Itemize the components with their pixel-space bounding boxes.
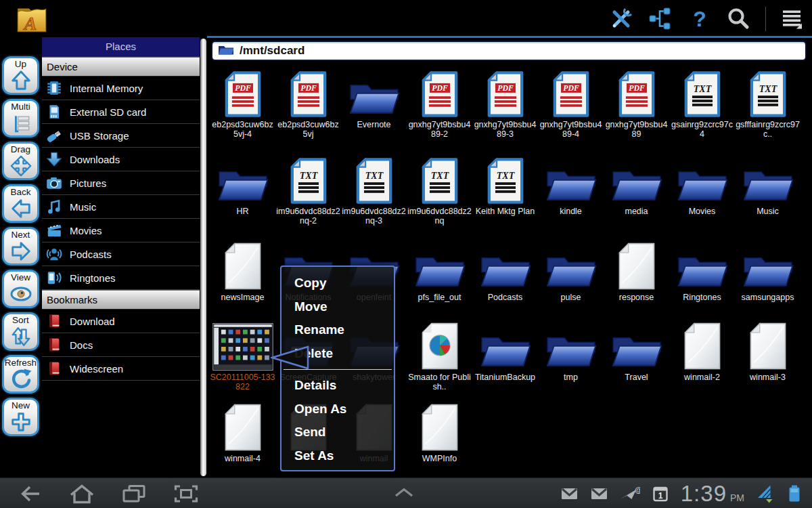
file-item[interactable]: winmail-2 bbox=[669, 320, 735, 402]
screenshot-frame-icon[interactable] bbox=[173, 483, 200, 505]
status-tray[interactable]: @11:39PM bbox=[560, 478, 803, 508]
sidebar-item-download[interactable]: Download bbox=[42, 310, 200, 333]
svg-text:TXT: TXT bbox=[759, 84, 777, 94]
folder-item[interactable]: Evernote bbox=[341, 68, 407, 154]
file-item[interactable]: TXTgsainrg9zcrc97c4 bbox=[669, 68, 735, 154]
file-label: SC20111005-133822 bbox=[210, 373, 275, 391]
file-item[interactable]: Smaato for Publish.. bbox=[407, 320, 472, 402]
clock[interactable]: 1:39PM bbox=[681, 481, 744, 507]
sidebar-item-downloads[interactable]: Downloads bbox=[42, 148, 200, 171]
folder-item[interactable]: Music bbox=[735, 154, 800, 240]
menu-item-send[interactable]: Send bbox=[281, 421, 394, 444]
back-arrow-icon[interactable] bbox=[16, 483, 43, 505]
file-label: pulse bbox=[538, 293, 604, 302]
txt-icon: TXT bbox=[289, 154, 328, 205]
home-icon[interactable] bbox=[68, 483, 95, 505]
toolbar-button-multi[interactable]: Multi bbox=[2, 99, 39, 137]
file-item[interactable]: response bbox=[604, 240, 669, 320]
menu-item-details[interactable]: Details bbox=[281, 374, 394, 398]
search-icon[interactable] bbox=[726, 6, 752, 32]
sidebar-item-widescreen[interactable]: Widescreen bbox=[42, 357, 200, 381]
file-label: kindle bbox=[538, 207, 604, 216]
file-item[interactable]: TXTim9u6dvdc88dz2nq-3 bbox=[341, 154, 407, 240]
menu-item-open-as[interactable]: Open As bbox=[281, 398, 394, 421]
folder-icon bbox=[544, 154, 598, 205]
chevron-up-icon[interactable] bbox=[391, 484, 417, 501]
toolbar-button-refresh[interactable]: Refresh bbox=[2, 355, 39, 394]
folder-icon bbox=[544, 320, 598, 371]
tools-icon[interactable] bbox=[608, 6, 634, 32]
sidebar-item-external-sd-card[interactable]: External SD card bbox=[42, 100, 200, 124]
gmail-icon[interactable] bbox=[590, 485, 608, 503]
sidebar-item-ringtones[interactable]: Ringtones bbox=[42, 266, 200, 290]
file-item[interactable]: TXTgsfffainrg9zcrc97c.. bbox=[735, 68, 800, 154]
file-item[interactable]: PDFeb2psd3cuw6bz5vj bbox=[275, 68, 341, 154]
folder-item[interactable]: Movies bbox=[669, 154, 735, 240]
file-item[interactable]: PDFeb2psd3cuw6bz5vj-4 bbox=[210, 68, 275, 154]
file-item[interactable]: TXTKeith Mktg Plan bbox=[472, 154, 538, 240]
astro-app-icon[interactable]: A bbox=[15, 2, 49, 35]
menu-item-rename[interactable]: Rename bbox=[281, 318, 394, 342]
folder-item[interactable]: pulse bbox=[538, 240, 604, 320]
usb-drive-icon bbox=[45, 127, 63, 144]
folder-item[interactable]: media bbox=[604, 154, 669, 240]
file-label: eb2psd3cuw6bz5vj bbox=[275, 120, 341, 139]
path-bar[interactable]: /mnt/sdcard bbox=[211, 41, 807, 61]
file-label: gnxhg7yt9bsbu489 bbox=[604, 120, 669, 139]
folder-item[interactable]: tmp bbox=[538, 320, 604, 402]
file-item[interactable]: WMPInfo bbox=[407, 402, 472, 473]
file-item[interactable]: TXTim9u6dvdc88dz2nq-2 bbox=[275, 154, 341, 240]
folder-item[interactable]: HR bbox=[210, 154, 275, 240]
menu-item-set-as[interactable]: Set As bbox=[281, 444, 394, 468]
pdf-icon: PDF bbox=[486, 68, 525, 118]
menu-icon[interactable] bbox=[780, 6, 805, 32]
panel-resize-divider[interactable] bbox=[200, 39, 206, 476]
folder-item[interactable]: pfs_file_out bbox=[407, 240, 472, 320]
sidebar-item-podcasts[interactable]: Podcasts bbox=[42, 242, 200, 266]
file-label: response bbox=[604, 293, 669, 302]
gmail-icon[interactable] bbox=[560, 485, 579, 503]
toolbar-button-back[interactable]: Back bbox=[2, 184, 39, 223]
email-at-icon[interactable]: @ bbox=[620, 485, 640, 503]
selected-file-item[interactable]: SC20111005-133822 bbox=[210, 320, 275, 402]
nodes-icon[interactable] bbox=[648, 6, 673, 32]
sidebar-item-movies[interactable]: Movies bbox=[42, 219, 200, 242]
folder-item[interactable]: Podcasts bbox=[472, 240, 538, 320]
recent-apps-icon[interactable] bbox=[120, 483, 148, 505]
folder-item[interactable]: Travel bbox=[604, 320, 669, 402]
toolbar-button-view[interactable]: View bbox=[2, 270, 39, 308]
toolbar-button-up[interactable]: Up bbox=[2, 56, 39, 95]
folder-item[interactable]: samsungapps bbox=[735, 240, 800, 320]
file-item[interactable]: newsImage bbox=[210, 240, 275, 320]
current-path: /mnt/sdcard bbox=[240, 44, 304, 58]
toolbar-button-drag[interactable]: Drag bbox=[2, 142, 39, 180]
menu-item-copy[interactable]: Copy bbox=[281, 272, 394, 295]
calendar-1-icon[interactable]: 1 bbox=[652, 485, 669, 503]
menu-item-move[interactable]: Move bbox=[281, 295, 394, 319]
file-item[interactable]: TXTim9u6dvdc88dz2nq bbox=[407, 154, 472, 240]
folder-item[interactable]: Ringtones bbox=[669, 240, 735, 320]
svg-text:@: @ bbox=[635, 486, 640, 494]
file-item[interactable]: PDFgnxhg7yt9bsbu489-3 bbox=[472, 68, 538, 154]
file-item[interactable]: PDFgnxhg7yt9bsbu489-2 bbox=[407, 68, 472, 154]
folder-icon bbox=[610, 320, 664, 371]
sidebar-item-music[interactable]: Music bbox=[42, 195, 200, 219]
file-item[interactable]: winmail-3 bbox=[735, 320, 800, 402]
file-label: TitaniumBackup bbox=[472, 373, 538, 382]
svg-text:PDF: PDF bbox=[497, 83, 514, 93]
toolbar-button-sort[interactable]: Sort bbox=[2, 312, 39, 351]
sidebar-item-docs[interactable]: Docs bbox=[42, 333, 200, 357]
sidebar-item-usb-storage[interactable]: USB Storage bbox=[42, 124, 200, 148]
help-icon[interactable]: ? bbox=[687, 6, 713, 32]
folder-item[interactable]: TitaniumBackup bbox=[472, 320, 538, 402]
sidebar-item-internal-memory[interactable]: Internal Memory bbox=[42, 77, 200, 100]
file-item[interactable]: PDFgnxhg7yt9bsbu489 bbox=[604, 68, 669, 154]
toolbar-button-next[interactable]: Next bbox=[2, 227, 39, 266]
file-item[interactable]: PDFgnxhg7yt9bsbu489-4 bbox=[538, 68, 604, 154]
folder-item[interactable]: kindle bbox=[538, 154, 604, 240]
places-panel: Places DeviceInternal MemoryExternal SD … bbox=[42, 37, 200, 381]
sidebar-item-pictures[interactable]: Pictures bbox=[42, 171, 200, 195]
toolbar-button-new[interactable]: New bbox=[2, 398, 39, 436]
file-item[interactable]: winmail-4 bbox=[210, 402, 275, 473]
svg-text:PDF: PDF bbox=[563, 83, 579, 93]
